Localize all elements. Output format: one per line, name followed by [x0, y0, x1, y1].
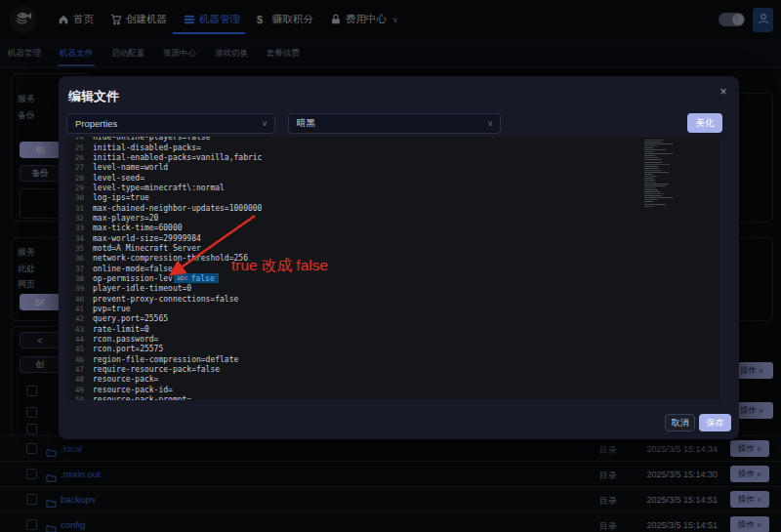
line-text: level-name=world: [93, 163, 168, 172]
line-number: 39: [68, 284, 84, 293]
editor-line[interactable]: 49resource-pack-id=: [66, 385, 720, 394]
line-number: 36: [68, 254, 84, 263]
line-number: 42: [68, 314, 84, 323]
line-number: 48: [68, 375, 84, 384]
edit-file-modal: 编辑文件 × Properties ∨ 暗黑 ∨ 美化 24hide-onlin…: [59, 76, 739, 439]
editor-line[interactable]: 48resource-pack=: [66, 375, 720, 385]
line-code: resource-pack-prompt=: [93, 395, 191, 400]
chevron-down-icon: ∨: [487, 119, 493, 128]
line-number: 46: [68, 355, 84, 364]
editor-line[interactable]: 25initial-disabled-packs=: [66, 143, 720, 152]
minimap-line: [644, 166, 658, 167]
minimap-line: [644, 189, 658, 190]
editor-line[interactable]: 26initial-enabled-packs=vanilla,fabric: [66, 152, 720, 162]
line-text: rate-limit=0: [93, 325, 149, 334]
line-number: 28: [68, 174, 84, 183]
line-code: resource-pack=: [93, 375, 158, 384]
minimap-line: [644, 206, 654, 207]
line-code: query.port=25565: [93, 314, 168, 323]
line-number: 40: [68, 295, 84, 304]
line-code: initial-disabled-packs=: [93, 143, 201, 152]
line-number: 44: [68, 335, 84, 344]
minimap-line: [644, 195, 662, 196]
save-button[interactable]: 保存: [699, 414, 731, 431]
editor-line[interactable]: 42query.port=25565: [66, 314, 720, 324]
language-select[interactable]: Properties ∨: [66, 113, 275, 134]
minimap-line: [644, 193, 664, 194]
line-text: pvp=true: [93, 305, 131, 313]
editor-line[interactable]: 41pvp=true: [66, 304, 720, 313]
line-code: max-players=20: [93, 214, 158, 223]
editor-minimap[interactable]: [644, 140, 676, 208]
line-number: 43: [68, 325, 84, 334]
editor-line[interactable]: 27level-name=world: [66, 163, 720, 173]
minimap-line: [644, 147, 653, 148]
editor-line[interactable]: 47require-resource-pack=false: [66, 364, 720, 374]
minimap-line: [644, 151, 654, 152]
editor-line[interactable]: 43rate-limit=0: [66, 324, 720, 334]
line-number: 26: [68, 153, 84, 162]
line-text: query.port=25565: [93, 314, 168, 323]
minimap-line: [644, 162, 662, 163]
line-text: resource-pack=: [93, 375, 158, 384]
line-number: 29: [68, 184, 84, 192]
editor-line[interactable]: 30log-ips=true: [66, 193, 720, 203]
close-icon[interactable]: ×: [717, 85, 730, 99]
line-code: region-file-compression=deflate: [93, 355, 238, 364]
editor-line[interactable]: 29level-type=minecraft\:normal: [66, 183, 720, 192]
minimap-line: [644, 201, 653, 202]
minimap-line: [644, 153, 673, 154]
line-number: 24: [68, 137, 84, 142]
annotation-arrow: [161, 208, 268, 286]
cancel-button[interactable]: 取消: [665, 414, 695, 431]
editor-line[interactable]: 40prevent-proxy-connections=false: [66, 294, 720, 304]
line-number: 32: [68, 214, 84, 223]
minimap-line: [644, 197, 673, 198]
editor-line[interactable]: 44rcon.password=: [66, 334, 720, 344]
line-code: log-ips=true: [93, 193, 149, 202]
minimap-line: [644, 168, 658, 169]
minimap-line: [644, 149, 666, 150]
line-code: level-seed=: [93, 174, 144, 183]
minimap-line: [644, 180, 655, 181]
line-code: level-name=world: [93, 163, 168, 172]
line-text: rcon.port=25575: [93, 345, 163, 353]
line-text: log-ips=true: [93, 193, 149, 202]
minimap-line: [644, 143, 673, 144]
minimap-line: [644, 170, 661, 171]
line-code: level-type=minecraft\:normal: [93, 184, 225, 192]
line-text: initial-enabled-packs=vanilla,fabric: [93, 153, 262, 162]
line-text: resource-pack-id=: [93, 386, 173, 394]
page: 服务备份创备份服务此处网页SF<创 操作∨操作∨ .local目录2025/3/…: [0, 0, 781, 532]
line-text: resource-pack-prompt=: [93, 395, 191, 400]
line-code: rcon.password=: [93, 335, 158, 344]
minimap-line: [644, 185, 666, 186]
minimap-line: [644, 172, 669, 173]
line-number: 41: [68, 305, 84, 313]
editor-line[interactable]: 28level-seed=: [66, 173, 720, 183]
minimap-line: [644, 174, 652, 175]
language-select-value: Properties: [75, 118, 117, 129]
line-text: initial-disabled-packs=: [93, 143, 201, 152]
line-text: rcon.password=: [93, 335, 158, 344]
minimap-line: [644, 199, 657, 200]
editor-line[interactable]: 46region-file-compression=deflate: [66, 354, 720, 364]
theme-select-value: 暗黑: [297, 117, 315, 130]
line-text: level-type=minecraft\:normal: [93, 184, 225, 192]
line-code: rcon.port=25575: [93, 345, 163, 353]
line-code: prevent-proxy-connections=false: [93, 295, 238, 304]
line-number: 38: [68, 274, 84, 283]
minimap-line: [644, 142, 662, 143]
minimap-line: [644, 204, 666, 205]
line-number: 31: [68, 204, 84, 213]
line-number: 49: [68, 386, 84, 394]
chevron-down-icon: ∨: [262, 119, 267, 128]
minimap-line: [644, 176, 657, 177]
line-number: 50: [68, 395, 84, 400]
editor-line[interactable]: 45rcon.port=25575: [66, 345, 720, 354]
modal-title: 编辑文件: [68, 88, 119, 105]
editor-line[interactable]: 50resource-pack-prompt=: [66, 394, 720, 400]
theme-select[interactable]: 暗黑 ∨: [288, 113, 501, 134]
beautify-button[interactable]: 美化: [687, 113, 722, 133]
line-text: max-players=20: [93, 214, 158, 223]
